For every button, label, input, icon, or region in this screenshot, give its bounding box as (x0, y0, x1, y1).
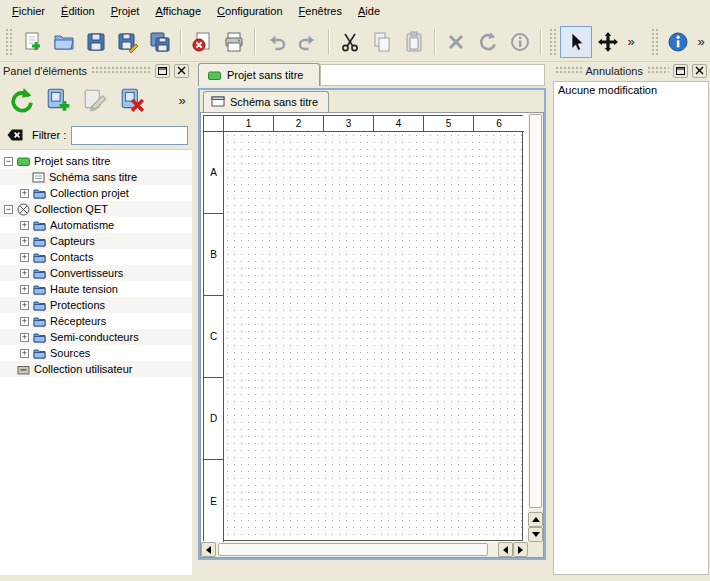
filter-input[interactable] (71, 126, 188, 145)
diagram-grid-canvas[interactable] (224, 132, 523, 541)
delete-element-button[interactable] (114, 82, 150, 118)
scroll-right-button[interactable] (513, 542, 528, 557)
project-icon (208, 69, 221, 82)
close-file-button[interactable] (186, 26, 218, 58)
paste-button (398, 26, 430, 58)
redo-button (292, 26, 324, 58)
vertical-scrollbar[interactable] (528, 113, 543, 542)
toolbar-handle[interactable] (549, 28, 557, 56)
close-file-icon (191, 31, 213, 53)
tree-item-contacts[interactable]: Contacts (0, 249, 192, 265)
cut-button[interactable] (334, 26, 366, 58)
diagram-view[interactable]: 1 2 3 4 5 6 A B C D E (200, 112, 544, 558)
close-dock-button[interactable] (692, 64, 707, 78)
close-icon (177, 66, 186, 75)
tree-item-sources[interactable]: Sources (0, 345, 192, 361)
menu-configuration[interactable]: Configuration (209, 1, 290, 21)
scroll-up-button[interactable] (528, 512, 543, 527)
open-file-button[interactable] (48, 26, 80, 58)
toolbar-separator (180, 29, 182, 55)
toolbar-overflow-icon[interactable] (624, 34, 638, 49)
tree-item-capteurs[interactable]: Capteurs (0, 233, 192, 249)
elements-dock-titlebar[interactable]: Panel d'éléments (0, 62, 192, 79)
save-all-button[interactable] (144, 26, 176, 58)
new-file-button[interactable] (16, 26, 48, 58)
tree-item-protections[interactable]: Protections (0, 297, 192, 313)
row-header: B (204, 214, 224, 296)
tree-item-collection-qet[interactable]: Collection QET (0, 201, 192, 217)
float-icon (158, 66, 167, 75)
float-dock-button[interactable] (673, 64, 688, 78)
horizontal-scrollbar[interactable] (201, 542, 528, 557)
dock-drag-handle[interactable] (555, 66, 582, 75)
dock-drag-handle[interactable] (91, 66, 151, 75)
undo-history-list[interactable]: Aucune modification (553, 81, 709, 575)
collapse-expander-icon[interactable] (4, 157, 13, 166)
scroll-left-button-2[interactable] (498, 542, 513, 557)
new-element-button[interactable] (40, 82, 76, 118)
elements-panel-dock: Panel d'éléments (0, 62, 192, 575)
expand-expander-icon[interactable] (20, 221, 29, 230)
vertical-scrollbar-thumb[interactable] (529, 114, 542, 508)
undo-dock-titlebar[interactable]: Annulations (552, 62, 710, 79)
delete-button (440, 26, 472, 58)
horizontal-scrollbar-thumb[interactable] (218, 543, 488, 556)
element-info-button (504, 26, 536, 58)
expand-expander-icon[interactable] (20, 269, 29, 278)
scroll-left-button[interactable] (201, 542, 216, 557)
expand-expander-icon[interactable] (20, 301, 29, 310)
about-button[interactable] (662, 26, 694, 58)
save-as-button[interactable] (112, 26, 144, 58)
schema-tab-bar: Schéma sans titre (200, 90, 544, 112)
menu-fichier[interactable]: Fichier (4, 1, 53, 21)
menu-projet[interactable]: Projet (103, 1, 148, 21)
close-dock-button[interactable] (174, 64, 189, 78)
panel-toolbar-overflow-icon[interactable] (175, 93, 189, 108)
tree-item-collection-projet[interactable]: Collection projet (0, 185, 192, 201)
left-arrow-icon (206, 546, 211, 554)
reload-collections-button[interactable] (3, 82, 39, 118)
tree-item-schema-sans-titre[interactable]: Schéma sans titre (0, 169, 192, 185)
tree-item-recepteurs[interactable]: Récepteurs (0, 313, 192, 329)
menu-affichage[interactable]: Affichage (147, 1, 209, 21)
clear-filter-button[interactable] (4, 124, 26, 146)
float-dock-button[interactable] (155, 64, 170, 78)
print-button[interactable] (218, 26, 250, 58)
tree-item-haute-tension[interactable]: Haute tension (0, 281, 192, 297)
new-file-icon (21, 31, 43, 53)
expand-expander-icon[interactable] (20, 237, 29, 246)
left-arrow-icon (503, 546, 508, 554)
expand-expander-icon[interactable] (20, 349, 29, 358)
save-button[interactable] (80, 26, 112, 58)
tree-item-collection-utilisateur[interactable]: Collection utilisateur (0, 361, 192, 377)
user-collection-icon (17, 363, 30, 376)
toolbar-handle[interactable] (651, 28, 659, 56)
toolbar-handle[interactable] (5, 28, 13, 56)
folder-icon (33, 347, 46, 360)
new-element-icon (45, 87, 71, 113)
tree-item-automatisme[interactable]: Automatisme (0, 217, 192, 233)
expand-expander-icon[interactable] (20, 285, 29, 294)
expand-expander-icon[interactable] (20, 333, 29, 342)
move-mode-button[interactable] (592, 26, 624, 58)
expand-expander-icon[interactable] (20, 317, 29, 326)
tree-item-convertisseurs[interactable]: Convertisseurs (0, 265, 192, 281)
menu-edition[interactable]: Édition (53, 1, 103, 21)
tree-item-semi-conducteurs[interactable]: Semi-conducteurs (0, 329, 192, 345)
dock-drag-handle[interactable] (647, 66, 669, 75)
tab-schema-sans-titre[interactable]: Schéma sans titre (203, 91, 329, 112)
collapse-expander-icon[interactable] (4, 205, 13, 214)
scroll-down-button[interactable] (528, 527, 543, 542)
menu-fenetres[interactable]: Fenêtres (291, 1, 350, 21)
element-info-icon (509, 31, 531, 53)
tree-item-projet-sans-titre[interactable]: Projet sans titre (0, 153, 192, 169)
project-icon (17, 155, 30, 168)
menu-aide[interactable]: Aide (350, 1, 388, 21)
select-mode-button[interactable] (560, 26, 592, 58)
toolbar-extension-icon[interactable] (694, 34, 708, 49)
expand-expander-icon[interactable] (20, 189, 29, 198)
tab-projet-sans-titre[interactable]: Projet sans titre (198, 63, 320, 86)
qelectrotech-window: Fichier Édition Projet Affichage Configu… (0, 0, 710, 581)
schema-icon (32, 171, 45, 184)
expand-expander-icon[interactable] (20, 253, 29, 262)
